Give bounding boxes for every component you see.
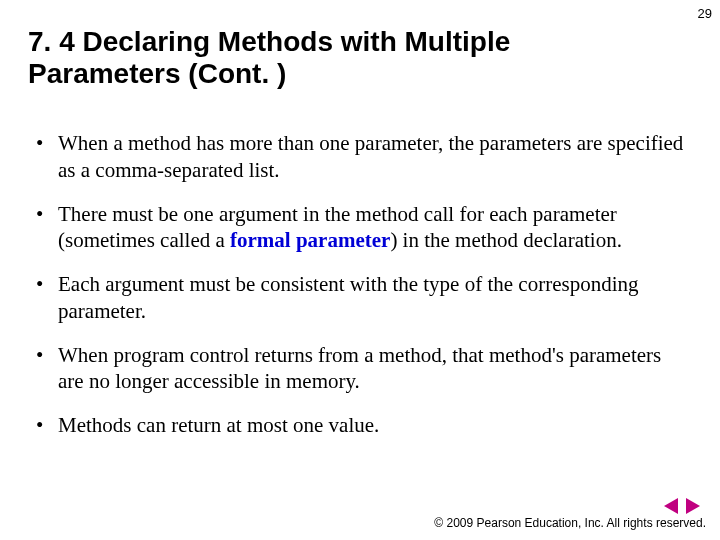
slide: 29 7. 4 Declaring Methods with Multiple … [0,0,720,540]
bullet-text: Methods can return at most one value. [58,413,379,437]
bullet-text-post: ) in the method declaration. [390,228,622,252]
bullet-item: When program control returns from a meth… [54,342,692,395]
bullet-list: When a method has more than one paramete… [28,130,692,438]
next-icon[interactable] [686,498,700,514]
bullet-text: When a method has more than one paramete… [58,131,683,181]
copyright-text: © 2009 Pearson Education, Inc. All right… [10,516,710,530]
bullet-item: There must be one argument in the method… [54,201,692,254]
formal-parameter-term: formal parameter [230,228,390,252]
page-number: 29 [698,6,712,21]
nav-controls [10,496,710,514]
bullet-item: Methods can return at most one value. [54,412,692,438]
bullet-item: When a method has more than one paramete… [54,130,692,183]
bullet-text: Each argument must be consistent with th… [58,272,638,322]
bullet-text: When program control returns from a meth… [58,343,661,393]
footer: © 2009 Pearson Education, Inc. All right… [10,496,710,530]
bullet-item: Each argument must be consistent with th… [54,271,692,324]
slide-title: 7. 4 Declaring Methods with Multiple Par… [28,26,588,90]
prev-icon[interactable] [664,498,678,514]
